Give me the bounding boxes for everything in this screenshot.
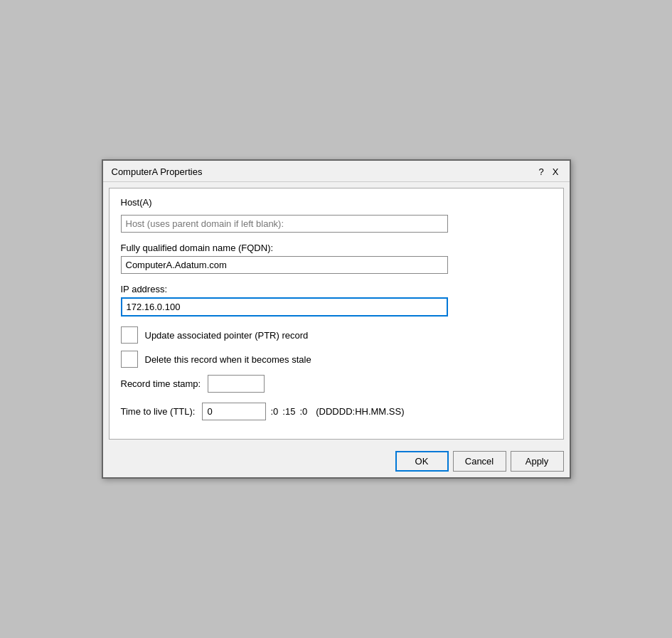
fqdn-input[interactable]: [121, 256, 448, 274]
title-bar-controls: ? X: [537, 166, 561, 177]
dialog-content: Host(A) Fully qualified domain name (FQD…: [109, 188, 564, 440]
ttl-format: (DDDDD:HH.MM.SS): [316, 406, 404, 417]
update-ptr-label: Update associated pointer (PTR) record: [145, 330, 309, 341]
ttl-seconds: :0: [299, 406, 307, 417]
delete-stale-row: Delete this record when it becomes stale: [121, 351, 552, 368]
apply-button[interactable]: Apply: [511, 451, 564, 472]
timestamp-row: Record time stamp:: [121, 375, 552, 393]
title-bar: ComputerA Properties ? X: [103, 161, 570, 182]
ip-input[interactable]: [121, 297, 448, 317]
ip-field-group: IP address:: [121, 284, 552, 317]
fqdn-field-group: Fully qualified domain name (FQDN):: [121, 243, 552, 274]
fqdn-label: Fully qualified domain name (FQDN):: [121, 243, 552, 253]
ip-label: IP address:: [121, 284, 552, 294]
timestamp-input[interactable]: [208, 375, 265, 393]
cancel-button[interactable]: Cancel: [453, 451, 506, 472]
update-ptr-row: Update associated pointer (PTR) record: [121, 326, 552, 344]
delete-stale-label: Delete this record when it becomes stale: [145, 354, 311, 365]
ok-button[interactable]: OK: [395, 451, 449, 472]
delete-stale-checkbox[interactable]: [121, 351, 138, 368]
timestamp-label: Record time stamp:: [121, 378, 201, 389]
ttl-minutes: :15: [282, 406, 295, 417]
help-button[interactable]: ?: [537, 166, 546, 177]
close-button[interactable]: X: [550, 166, 561, 177]
ttl-row: Time to live (TTL): :0 :15 :0 (DDDDD:HH.…: [121, 403, 552, 420]
dialog-window: ComputerA Properties ? X Host(A) Fully q…: [102, 159, 571, 479]
dialog-title: ComputerA Properties: [112, 166, 203, 177]
button-row: OK Cancel Apply: [103, 445, 570, 477]
update-ptr-checkbox[interactable]: [121, 326, 138, 344]
host-input[interactable]: [121, 215, 448, 233]
ttl-input[interactable]: [202, 403, 266, 420]
ttl-hours: :0: [270, 406, 278, 417]
section-label: Host(A): [121, 197, 552, 208]
ttl-label: Time to live (TTL):: [121, 406, 196, 417]
host-field-group: [121, 215, 552, 233]
